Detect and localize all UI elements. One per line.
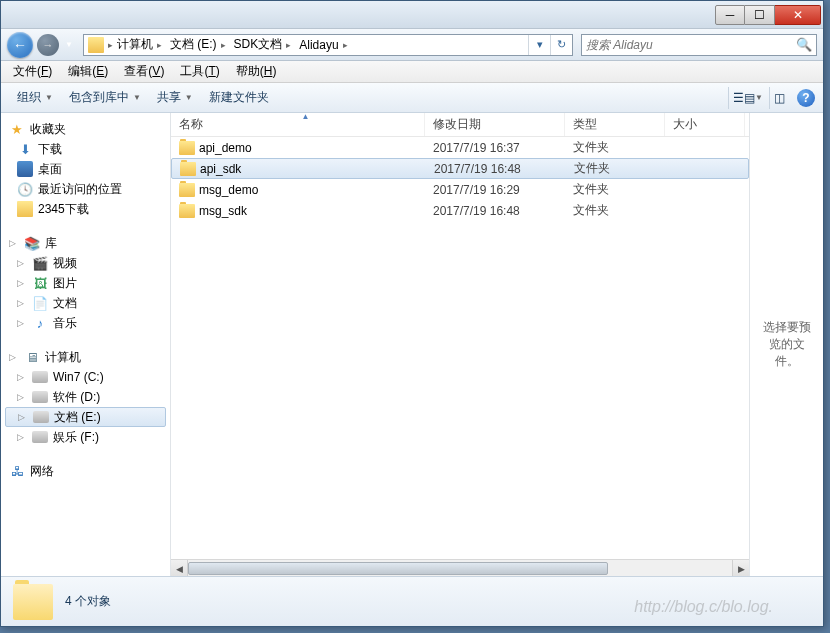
scroll-left-button[interactable]: ◀ <box>171 560 188 576</box>
tree-drive-c[interactable]: ▷Win7 (C:) <box>1 367 170 387</box>
folder-icon <box>180 162 196 176</box>
breadcrumb-segment[interactable]: Alidayu▸ <box>295 35 351 55</box>
sort-asc-icon: ▲ <box>179 113 432 121</box>
tree-2345[interactable]: 2345下载 <box>1 199 170 219</box>
command-bar: 组织 ▼ 包含到库中 ▼ 共享 ▼ 新建文件夹 ☰▤ ▼ ◫ ? <box>1 83 823 113</box>
file-list[interactable]: ▲ 名称 修改日期 类型 大小 api_demo2017/7/19 16:37文… <box>171 113 749 576</box>
explorer-window: ─ ☐ ✕ ← → ▼ ▸ 计算机▸ 文档 (E:)▸ SDK文档▸ Alida… <box>0 0 824 627</box>
preview-empty-text: 选择要预览的文件。 <box>758 319 815 370</box>
computer-icon: 🖥 <box>24 349 40 365</box>
tree-documents[interactable]: ▷📄文档 <box>1 293 170 313</box>
file-date: 2017/7/19 16:48 <box>425 204 565 218</box>
help-button[interactable]: ? <box>797 89 815 107</box>
chevron-down-icon: ▼ <box>755 93 763 102</box>
chevron-right-icon: ▸ <box>157 40 162 50</box>
expand-icon[interactable]: ▷ <box>9 352 19 362</box>
library-icon: 📚 <box>24 235 40 251</box>
star-icon: ★ <box>9 121 25 137</box>
column-name[interactable]: ▲ 名称 <box>171 113 425 136</box>
menu-view[interactable]: 查看(V) <box>116 61 172 82</box>
share-button[interactable]: 共享 ▼ <box>149 85 201 110</box>
status-text: 4 个对象 <box>65 593 111 610</box>
refresh-button[interactable]: ↻ <box>550 35 572 55</box>
watermark-text: http://blog.c/blo.log. <box>634 598 773 616</box>
search-box[interactable]: 🔍 <box>581 34 817 56</box>
navigation-bar: ← → ▼ ▸ 计算机▸ 文档 (E:)▸ SDK文档▸ Alidayu▸ ▾ … <box>1 29 823 61</box>
file-name: api_sdk <box>200 162 241 176</box>
minimize-button[interactable]: ─ <box>715 5 745 25</box>
file-date: 2017/7/19 16:37 <box>425 141 565 155</box>
include-library-button[interactable]: 包含到库中 ▼ <box>61 85 149 110</box>
file-row[interactable]: msg_sdk2017/7/19 16:48文件夹 <box>171 200 749 221</box>
close-button[interactable]: ✕ <box>775 5 821 25</box>
file-type: 文件夹 <box>565 181 665 198</box>
tree-drive-e[interactable]: ▷文档 (E:) <box>5 407 166 427</box>
maximize-button[interactable]: ☐ <box>745 5 775 25</box>
column-headers: ▲ 名称 修改日期 类型 大小 <box>171 113 749 137</box>
preview-pane: 选择要预览的文件。 <box>749 113 823 576</box>
menu-edit[interactable]: 编辑(E) <box>60 61 116 82</box>
window-controls: ─ ☐ ✕ <box>715 5 821 25</box>
tree-group-network: 🖧 网络 <box>1 461 170 481</box>
drive-icon <box>33 411 49 423</box>
tree-computer[interactable]: ▷ 🖥 计算机 <box>1 347 170 367</box>
drive-icon <box>32 391 48 403</box>
file-row[interactable]: api_sdk2017/7/19 16:48文件夹 <box>171 158 749 179</box>
tree-network[interactable]: 🖧 网络 <box>1 461 170 481</box>
new-folder-button[interactable]: 新建文件夹 <box>201 85 277 110</box>
breadcrumb-segment[interactable]: SDK文档▸ <box>230 35 296 55</box>
column-size[interactable]: 大小 <box>665 113 745 136</box>
tree-group-libraries: ▷ 📚 库 ▷🎬视频 ▷🖼图片 ▷📄文档 ▷♪音乐 <box>1 233 170 333</box>
tree-music[interactable]: ▷♪音乐 <box>1 313 170 333</box>
menu-file[interactable]: 文件(F) <box>5 61 60 82</box>
file-type: 文件夹 <box>565 202 665 219</box>
chevron-right-icon: ▸ <box>286 40 291 50</box>
folder-icon <box>88 37 104 53</box>
file-row[interactable]: msg_demo2017/7/19 16:29文件夹 <box>171 179 749 200</box>
menu-tools[interactable]: 工具(T) <box>172 61 227 82</box>
search-input[interactable] <box>586 38 796 52</box>
chevron-right-icon: ▸ <box>343 40 348 50</box>
folder-icon <box>179 204 195 218</box>
tree-group-computer: ▷ 🖥 计算机 ▷Win7 (C:) ▷软件 (D:) ▷文档 (E:) ▷娱乐… <box>1 347 170 447</box>
menu-help[interactable]: 帮助(H) <box>228 61 285 82</box>
column-type[interactable]: 类型 <box>565 113 665 136</box>
search-icon[interactable]: 🔍 <box>796 37 812 52</box>
drive-icon <box>32 431 48 443</box>
tree-downloads[interactable]: ⬇下载 <box>1 139 170 159</box>
view-mode-button[interactable]: ☰▤ ▼ <box>728 87 767 109</box>
file-area: ▲ 名称 修改日期 类型 大小 api_demo2017/7/19 16:37文… <box>171 113 823 576</box>
breadcrumb-segment[interactable]: 文档 (E:)▸ <box>166 35 230 55</box>
back-button[interactable]: ← <box>7 32 33 58</box>
list-view-icon: ☰▤ <box>733 91 755 105</box>
scroll-thumb[interactable] <box>188 562 608 575</box>
breadcrumb-segment[interactable]: 计算机▸ <box>113 35 166 55</box>
tree-desktop[interactable]: 桌面 <box>1 159 170 179</box>
preview-pane-icon: ◫ <box>774 91 785 105</box>
column-date[interactable]: 修改日期 <box>425 113 565 136</box>
tree-favorites[interactable]: ★ 收藏夹 <box>1 119 170 139</box>
tree-libraries[interactable]: ▷ 📚 库 <box>1 233 170 253</box>
tree-drive-d[interactable]: ▷软件 (D:) <box>1 387 170 407</box>
organize-button[interactable]: 组织 ▼ <box>9 85 61 110</box>
tree-pictures[interactable]: ▷🖼图片 <box>1 273 170 293</box>
picture-icon: 🖼 <box>32 275 48 291</box>
scroll-right-button[interactable]: ▶ <box>732 560 749 576</box>
arrow-left-icon: ← <box>13 37 27 53</box>
file-row[interactable]: api_demo2017/7/19 16:37文件夹 <box>171 137 749 158</box>
history-dropdown[interactable]: ▼ <box>63 40 75 49</box>
navigation-pane[interactable]: ★ 收藏夹 ⬇下载 桌面 🕓最近访问的位置 2345下载 ▷ 📚 库 ▷🎬视频 … <box>1 113 171 576</box>
address-bar[interactable]: ▸ 计算机▸ 文档 (E:)▸ SDK文档▸ Alidayu▸ ▾ ↻ <box>83 34 573 56</box>
recent-icon: 🕓 <box>17 181 33 197</box>
address-dropdown[interactable]: ▾ <box>528 35 550 55</box>
tree-drive-f[interactable]: ▷娱乐 (F:) <box>1 427 170 447</box>
horizontal-scrollbar[interactable]: ◀ ▶ <box>171 559 749 576</box>
file-name: api_demo <box>199 141 252 155</box>
preview-pane-button[interactable]: ◫ <box>769 87 789 109</box>
forward-button[interactable]: → <box>37 34 59 56</box>
tree-recent[interactable]: 🕓最近访问的位置 <box>1 179 170 199</box>
expand-icon[interactable]: ▷ <box>9 238 19 248</box>
tree-videos[interactable]: ▷🎬视频 <box>1 253 170 273</box>
file-name: msg_demo <box>199 183 258 197</box>
folder-icon <box>179 141 195 155</box>
